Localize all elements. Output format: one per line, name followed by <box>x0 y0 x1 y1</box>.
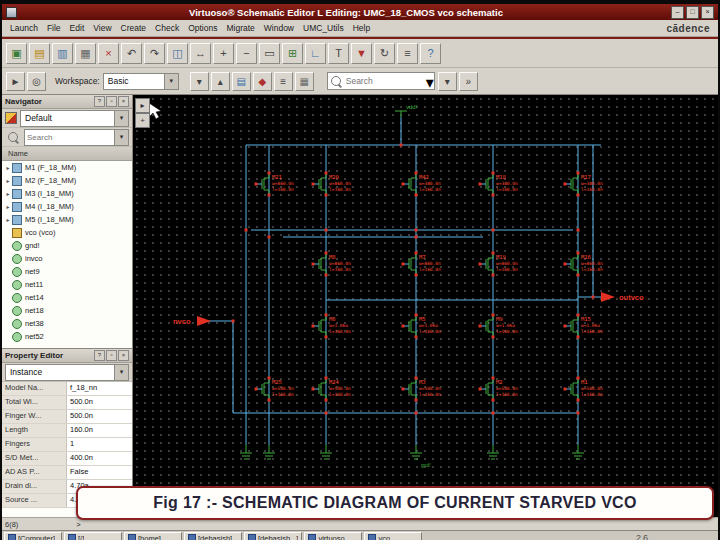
grid-icon[interactable]: ▦ <box>295 72 314 91</box>
toolbar-overflow-icon[interactable]: » <box>459 72 478 91</box>
tree-item-vco-vco-[interactable]: vco (vco) <box>2 226 132 239</box>
pin-square[interactable] <box>492 412 495 415</box>
navigator-column-header[interactable]: Name <box>2 147 132 161</box>
gnd-symbol[interactable] <box>263 445 275 459</box>
property-close-icon[interactable]: × <box>118 350 129 361</box>
pin-square[interactable] <box>492 229 495 232</box>
pin-square[interactable] <box>325 229 328 232</box>
navigator-help-icon[interactable]: ? <box>94 96 105 107</box>
workspace-dropdown-button[interactable]: ▾ <box>164 74 178 89</box>
pin-icon[interactable]: ▼ <box>351 43 372 64</box>
wire-name-icon[interactable]: T <box>328 43 349 64</box>
tree-item-m2-f-18-mm-[interactable]: ▸M2 (F_18_MM) <box>2 174 132 187</box>
tree-item-net9[interactable]: net9 <box>2 265 132 278</box>
menu-edit[interactable]: Edit <box>66 22 89 34</box>
taskbar-button-vco[interactable]: vco <box>364 532 422 540</box>
transistor-m15[interactable]: M15w=1.06ul=160.0n <box>564 314 603 339</box>
navigator-searchbox[interactable]: ▾ <box>24 129 129 146</box>
hierarchy-icon[interactable]: ▤ <box>232 72 251 91</box>
stretch-icon[interactable]: ↔ <box>190 43 211 64</box>
print-icon[interactable]: ▦ <box>75 43 96 64</box>
pin-square[interactable] <box>415 229 418 232</box>
gnd-symbol[interactable] <box>572 445 584 459</box>
tree-item-net14[interactable]: net14 <box>2 291 132 304</box>
navigator-search-dropdown[interactable]: ▾ <box>114 130 128 145</box>
tree-item-invco[interactable]: invco <box>2 252 132 265</box>
transistor-m1[interactable]: M1w=500.0nl=160.0n <box>564 377 603 402</box>
redo-icon[interactable]: ↷ <box>144 43 165 64</box>
taskbar-button--home-[interactable]: [home] <box>124 532 182 540</box>
pin-square[interactable] <box>268 236 271 239</box>
navigator-preset-dropdown[interactable]: ▾ <box>114 111 128 126</box>
search-options-icon[interactable]: ▾ <box>438 72 457 91</box>
transistor-m21[interactable]: M21w=860.0nl=160.0n <box>255 172 294 197</box>
search-dropdown-button[interactable]: ▾ <box>426 73 434 89</box>
property-row[interactable]: Finger W...500.0n <box>2 410 132 424</box>
gnd-symbol[interactable] <box>240 445 252 459</box>
vdd-symbol[interactable] <box>395 111 407 117</box>
property-row[interactable]: S/D Met...400.0n <box>2 452 132 466</box>
save-icon[interactable]: ▥ <box>52 43 73 64</box>
navigator-close-icon[interactable]: × <box>118 96 129 107</box>
menu-view[interactable]: View <box>89 22 115 34</box>
property-icon[interactable]: ≡ <box>397 43 418 64</box>
tree-item-m5-i-18-mm-[interactable]: ▸M5 (I_18_MM) <box>2 213 132 226</box>
menu-help[interactable]: Help <box>349 22 374 34</box>
transistor-m19[interactable]: M19w=860.0nl=160.0n <box>479 252 518 277</box>
search-input[interactable] <box>344 75 426 87</box>
copy-icon[interactable]: ◫ <box>167 43 188 64</box>
instance-icon[interactable]: ⊞ <box>282 43 303 64</box>
menu-check[interactable]: Check <box>151 22 183 34</box>
close-button[interactable]: × <box>701 6 714 19</box>
property-float-icon[interactable]: ▫ <box>106 350 117 361</box>
tree-item-net52[interactable]: net52 <box>2 330 132 343</box>
taskbar-button-virtuoso[interactable]: virtuoso <box>304 532 362 540</box>
transistor-m18[interactable]: M18w=380.0nl=160.0n <box>479 172 518 197</box>
minimize-button[interactable]: – <box>671 6 684 19</box>
transistor-m17[interactable]: M17w=380.0nl=160.0n <box>564 172 603 197</box>
canvas-select-tool-icon[interactable]: ▸ <box>135 98 150 113</box>
pin-square[interactable] <box>415 412 418 415</box>
zoom-fit-icon[interactable]: ▭ <box>259 43 280 64</box>
maximize-button[interactable]: □ <box>686 6 699 19</box>
menu-file[interactable]: File <box>43 22 65 34</box>
delete-icon[interactable]: × <box>98 43 119 64</box>
menu-launch[interactable]: Launch <box>6 22 42 34</box>
workspace-select[interactable]: Basic ▾ <box>103 73 179 90</box>
tree-item-m3-i-18-mm-[interactable]: ▸M3 (I_18_MM) <box>2 187 132 200</box>
menu-options[interactable]: Options <box>184 22 221 34</box>
menu-migrate[interactable]: Migrate <box>222 22 258 34</box>
transistor-m24[interactable]: M24w=500.0nl=160.0n <box>312 377 351 402</box>
tree-item-m4-i-18-mm-[interactable]: ▸M4 (I_18_MM) <box>2 200 132 213</box>
taskbar-button--debasish-[interactable]: [debasish] <box>184 532 242 540</box>
tree-item-m1-f-18-mm-[interactable]: ▸M1 (F_18_MM) <box>2 161 132 174</box>
toolbar-searchbox[interactable]: ▾ <box>327 72 435 90</box>
property-row[interactable]: Total Wi...500.0n <box>2 396 132 410</box>
gnd-symbol[interactable] <box>410 445 422 459</box>
pin-square[interactable] <box>232 320 235 323</box>
pin-square[interactable] <box>400 144 403 147</box>
zoom-out-icon[interactable]: − <box>236 43 257 64</box>
pin-square[interactable] <box>577 229 580 232</box>
navigator-preset-select[interactable]: Default ▾ <box>20 110 129 127</box>
transistor-m25[interactable]: M25w=500.0nl=160.0n <box>255 377 294 402</box>
zoom-in-icon[interactable]: + <box>213 43 234 64</box>
gnd-symbol[interactable] <box>320 445 332 459</box>
probe-icon[interactable]: ◆ <box>253 72 272 91</box>
tree-item-gnd-[interactable]: gnd! <box>2 239 132 252</box>
rotate-icon[interactable]: ↻ <box>374 43 395 64</box>
menu-window[interactable]: Window <box>260 22 298 34</box>
transistor-m7[interactable]: M7w=860.0nl=160.0n <box>402 252 441 277</box>
title-bar[interactable]: Virtuoso® Schematic Editor L Editing: UM… <box>2 4 718 20</box>
help-icon[interactable]: ? <box>420 43 441 64</box>
select-mode-icon[interactable]: ► <box>6 72 25 91</box>
navigator-search-input[interactable] <box>25 132 114 143</box>
pin-square[interactable] <box>415 236 418 239</box>
navigator-float-icon[interactable]: ▫ <box>106 96 117 107</box>
property-help-icon[interactable]: ? <box>94 350 105 361</box>
ruler-icon[interactable]: ≡ <box>274 72 293 91</box>
property-row[interactable]: AD AS P...False <box>2 466 132 480</box>
menu-create[interactable]: Create <box>117 22 151 34</box>
property-row[interactable]: Fingers1 <box>2 438 132 452</box>
open-icon[interactable]: ▤ <box>29 43 50 64</box>
